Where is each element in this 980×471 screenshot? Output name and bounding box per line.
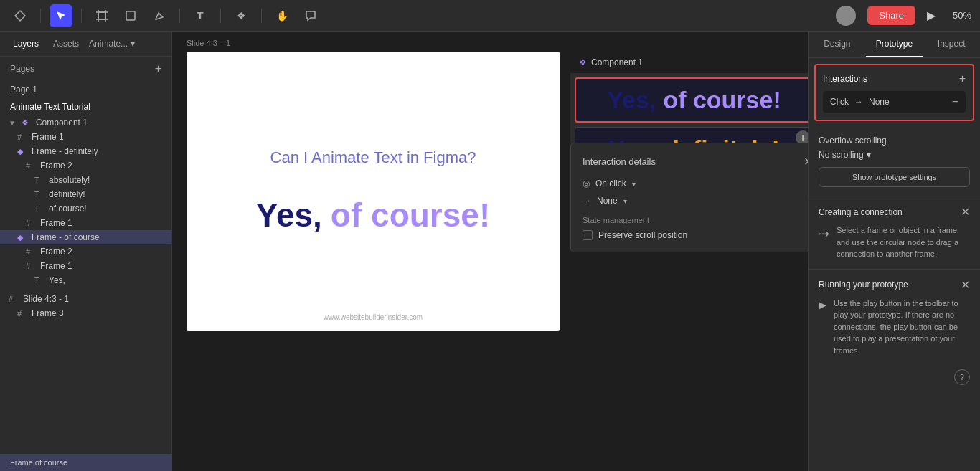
zoom-level: 50% <box>953 10 971 21</box>
layer-frame2[interactable]: # Frame 2 <box>0 158 171 173</box>
layer-frame1-top[interactable]: # Frame 1 <box>0 130 171 144</box>
close-popup-button[interactable]: ✕ <box>804 155 808 168</box>
pen-tool-button[interactable] <box>148 4 171 27</box>
layer-text-ofcourse[interactable]: T of course! <box>0 201 171 216</box>
remove-interaction-button[interactable]: − <box>952 95 958 108</box>
layers-tab[interactable]: Layers <box>9 36 43 52</box>
rp-header: Running your prototype ✕ <box>819 278 970 292</box>
inspect-tab[interactable]: Inspect <box>923 32 980 57</box>
svg-rect-5 <box>126 11 135 20</box>
layer-component1[interactable]: ▼ ❖ Component 1 <box>0 115 171 130</box>
action-row: → None ▾ <box>583 196 808 206</box>
text-icon: T <box>34 176 44 184</box>
overflow-value[interactable]: No scrolling ▾ <box>819 150 871 160</box>
prototype-settings-button[interactable]: Show prototype settings <box>819 167 970 187</box>
frame-icon: # <box>26 161 36 170</box>
design-tab[interactable]: Design <box>809 32 866 57</box>
page-item-animate[interactable]: Animate Text Tutorial <box>0 98 171 115</box>
toolbar-separator-5 <box>261 9 262 23</box>
slide-url: www.websitebuilderinsider.com <box>324 313 423 321</box>
popup-header: Interaction details ← ✕ <box>583 155 808 168</box>
overflow-row: Overflow scrolling <box>819 135 970 146</box>
layer-frame3[interactable]: # Frame 3 <box>0 306 171 320</box>
layer-frame1-mid[interactable]: # Frame 1 <box>0 216 171 230</box>
layer-label: Frame - definitely <box>32 146 98 156</box>
right-panel: Design Prototype Inspect Interactions + … <box>808 32 980 471</box>
play-prototype-icon: ▶ <box>819 299 826 310</box>
frame-icon: # <box>26 247 36 256</box>
layer-label: Frame 1 <box>40 261 72 271</box>
running-prototype-section: Running your prototype ✕ ▶ Use the play … <box>809 270 980 366</box>
shape-tool-button[interactable] <box>119 4 142 27</box>
frame-icon: # <box>26 262 36 270</box>
toolbar: T ❖ ✋ Share ▶ 50% <box>0 0 980 32</box>
diamond-icon: ◆ <box>17 147 27 156</box>
layer-frame-definitely[interactable]: ◆ Frame - definitely <box>0 144 171 158</box>
cc-text: Select a frame or object in a frame and … <box>837 224 970 260</box>
diamond-icon: ◆ <box>17 233 27 242</box>
frame-icon: # <box>17 309 27 318</box>
trigger-row: ◎ On click ▾ <box>583 179 808 189</box>
component-icon: ❖ <box>22 118 32 128</box>
layer-frame2-b[interactable]: # Frame 2 <box>0 244 171 259</box>
frame-tool-button[interactable] <box>90 4 113 27</box>
comment-tool-button[interactable] <box>299 4 322 27</box>
component-tool-button[interactable]: ❖ <box>230 4 253 27</box>
connection-icon: ⇢ <box>819 226 829 242</box>
cc-title: Creating a connection <box>819 207 903 217</box>
overflow-value-row: No scrolling ▾ <box>819 150 970 160</box>
frame-icon: # <box>26 219 36 227</box>
component-header: ❖ Component 1 <box>570 52 808 73</box>
add-page-button[interactable]: + <box>155 62 161 75</box>
layer-label: Frame 1 <box>32 132 64 142</box>
slide-frame[interactable]: Can I Animate Text in Figma? Yes, of cou… <box>187 52 560 331</box>
animate-tab[interactable]: Animate... ▾ <box>89 39 135 49</box>
action-dropdown-icon[interactable]: ▾ <box>623 197 627 205</box>
hand-tool-button[interactable]: ✋ <box>270 4 293 27</box>
help-button[interactable]: ? <box>954 369 970 385</box>
layer-frame1-b[interactable]: # Frame 1 <box>0 259 171 273</box>
community-icon[interactable] <box>9 4 32 27</box>
panel-tabs: Layers Assets Animate... ▾ <box>0 32 171 57</box>
layer-text-yes[interactable]: T Yes, <box>0 273 171 287</box>
text-tool-button[interactable]: T <box>189 4 212 27</box>
popup-title: Interaction details <box>583 156 656 167</box>
add-interaction-button[interactable]: + <box>959 72 966 85</box>
overflow-label: Overflow scrolling <box>819 135 887 146</box>
animate-chevron-icon: ▾ <box>131 39 135 49</box>
layer-text-definitely[interactable]: T definitely! <box>0 187 171 201</box>
close-creating-connection-button[interactable]: ✕ <box>961 205 970 219</box>
layer-label: absolutely! <box>49 175 90 185</box>
pages-header: Pages + <box>0 57 171 81</box>
toolbar-separator-2 <box>81 9 82 23</box>
interactions-title: Interactions <box>823 74 867 84</box>
layer-label: Frame 3 <box>32 308 64 318</box>
prototype-tab[interactable]: Prototype <box>866 32 923 57</box>
preserve-scroll-checkbox[interactable] <box>583 230 593 240</box>
close-running-prototype-button[interactable]: ✕ <box>961 278 970 292</box>
creating-connection-section: Creating a connection ✕ ⇢ Select a frame… <box>809 196 980 270</box>
play-button[interactable]: ▶ <box>921 6 941 26</box>
layer-label: Component 1 <box>36 118 88 128</box>
user-avatar <box>836 6 856 26</box>
move-tool-button[interactable] <box>50 4 72 27</box>
layer-text-absolutely[interactable]: T absolutely! <box>0 173 171 187</box>
click-none-row[interactable]: Click → None − <box>823 91 966 113</box>
layer-frame-ofcourse[interactable]: ◆ Frame - of course <box>0 230 171 244</box>
layer-label: Frame - of course <box>32 232 100 242</box>
rp-text: Use the play button in the toolbar to pl… <box>834 298 970 357</box>
share-button[interactable]: Share <box>867 6 915 25</box>
overflow-value-text: No scrolling <box>819 150 864 160</box>
slide-ofcourse-text: of course! <box>331 196 490 234</box>
page-item-page1[interactable]: Page 1 <box>0 81 171 98</box>
trigger-dropdown-icon[interactable]: ▾ <box>632 180 636 188</box>
rp-body: ▶ Use the play button in the toolbar to … <box>819 298 970 357</box>
layer-label: definitely! <box>49 189 85 199</box>
interactions-box: Interactions + Click → None − <box>814 64 974 121</box>
svg-rect-0 <box>98 12 105 19</box>
variant-ofcourse[interactable]: Yes, of course! <box>575 77 808 123</box>
layer-label: of course! <box>49 204 87 214</box>
layer-slide[interactable]: # Slide 4:3 - 1 <box>0 292 171 306</box>
assets-tab[interactable]: Assets <box>49 36 83 52</box>
cc-header: Creating a connection ✕ <box>819 205 970 219</box>
